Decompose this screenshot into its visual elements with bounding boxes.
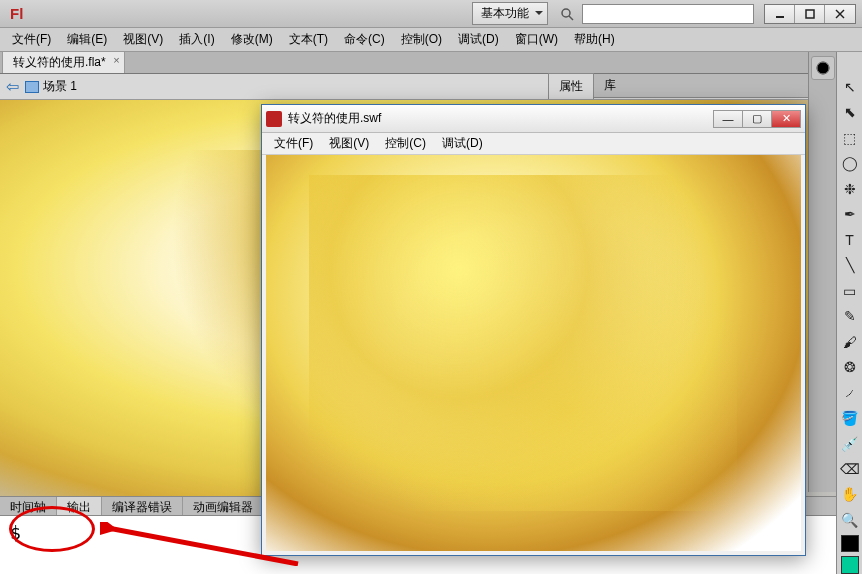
- menu-help[interactable]: 帮助(H): [566, 28, 623, 51]
- menu-modify[interactable]: 修改(M): [223, 28, 281, 51]
- tab-close-icon[interactable]: ×: [113, 54, 119, 66]
- document-tab[interactable]: 转义符的使用.fla* ×: [2, 51, 125, 73]
- hand-tool-icon[interactable]: ✋: [839, 484, 861, 505]
- swf-menu-debug[interactable]: 调试(D): [434, 133, 491, 154]
- menu-control[interactable]: 控制(O): [393, 28, 450, 51]
- collapsed-panel-strip: [808, 52, 836, 492]
- swf-rendered-image: [266, 155, 801, 551]
- bone-tool-icon[interactable]: ⟋: [839, 382, 861, 403]
- tools-panel: ↖ ⬉ ⬚ ◯ ❉ ✒ T ╲ ▭ ✎ 🖌 ❂ ⟋ 🪣 💉 ⌫ ✋ 🔍: [836, 52, 862, 574]
- menu-edit[interactable]: 编辑(E): [59, 28, 115, 51]
- text-tool-icon[interactable]: T: [839, 229, 861, 250]
- tab-properties[interactable]: 属性: [548, 73, 594, 99]
- menu-file[interactable]: 文件(F): [4, 28, 59, 51]
- swf-titlebar[interactable]: 转义符的使用.swf — ▢ ✕: [262, 105, 805, 133]
- subselection-tool-icon[interactable]: ⬉: [839, 101, 861, 122]
- bottom-tab-compiler-errors[interactable]: 编译器错误: [102, 497, 183, 515]
- search-icon[interactable]: [558, 5, 576, 23]
- svg-rect-3: [806, 10, 814, 18]
- scene-icon: [25, 81, 39, 93]
- maximize-button[interactable]: [795, 5, 825, 23]
- eraser-tool-icon[interactable]: ⌫: [839, 458, 861, 479]
- menu-text[interactable]: 文本(T): [281, 28, 336, 51]
- deco-tool-icon[interactable]: ❂: [839, 356, 861, 377]
- back-arrow-icon[interactable]: ⇦: [6, 77, 19, 96]
- app-logo: Fl: [6, 3, 27, 24]
- main-menubar: 文件(F) 编辑(E) 视图(V) 插入(I) 修改(M) 文本(T) 命令(C…: [0, 28, 862, 52]
- close-button[interactable]: [825, 5, 855, 23]
- menu-insert[interactable]: 插入(I): [171, 28, 222, 51]
- swf-menu-control[interactable]: 控制(C): [377, 133, 434, 154]
- swf-content-area: [266, 155, 801, 551]
- 3d-rotation-tool-icon[interactable]: ◯: [839, 152, 861, 173]
- rectangle-tool-icon[interactable]: ▭: [839, 280, 861, 301]
- menu-debug[interactable]: 调试(D): [450, 28, 507, 51]
- scene-name: 场景 1: [43, 78, 77, 95]
- swf-app-icon: [266, 111, 282, 127]
- swatch-panel-icon[interactable]: [811, 56, 835, 80]
- zoom-tool-icon[interactable]: 🔍: [839, 509, 861, 530]
- free-transform-tool-icon[interactable]: ⬚: [839, 127, 861, 148]
- selection-tool-icon[interactable]: ↖: [839, 76, 861, 97]
- svg-line-1: [569, 16, 573, 20]
- pencil-tool-icon[interactable]: ✎: [839, 305, 861, 326]
- tab-library[interactable]: 库: [594, 73, 626, 98]
- workspace-dropdown[interactable]: 基本功能: [472, 2, 548, 25]
- line-tool-icon[interactable]: ╲: [839, 254, 861, 275]
- menu-view[interactable]: 视图(V): [115, 28, 171, 51]
- minimize-button[interactable]: [765, 5, 795, 23]
- pen-tool-icon[interactable]: ✒: [839, 203, 861, 224]
- bottom-tab-motion-editor[interactable]: 动画编辑器: [183, 497, 264, 515]
- paint-bucket-tool-icon[interactable]: 🪣: [839, 407, 861, 428]
- menu-window[interactable]: 窗口(W): [507, 28, 566, 51]
- window-controls: [764, 4, 856, 24]
- eyedropper-tool-icon[interactable]: 💉: [839, 433, 861, 454]
- lasso-tool-icon[interactable]: ❉: [839, 178, 861, 199]
- swf-maximize-button[interactable]: ▢: [742, 110, 772, 128]
- document-tab-label: 转义符的使用.fla*: [13, 55, 106, 69]
- swf-player-window[interactable]: 转义符的使用.swf — ▢ ✕ 文件(F) 视图(V) 控制(C) 调试(D): [261, 104, 806, 556]
- stroke-color-swatch[interactable]: [841, 535, 859, 553]
- swf-menu-view[interactable]: 视图(V): [321, 133, 377, 154]
- swf-minimize-button[interactable]: —: [713, 110, 743, 128]
- svg-point-0: [562, 9, 570, 17]
- bottom-tab-output[interactable]: 输出: [57, 497, 102, 515]
- menu-commands[interactable]: 命令(C): [336, 28, 393, 51]
- bottom-tab-timeline[interactable]: 时间轴: [0, 497, 57, 515]
- fill-color-swatch[interactable]: [841, 556, 859, 574]
- search-input[interactable]: [582, 4, 754, 24]
- swf-menubar: 文件(F) 视图(V) 控制(C) 调试(D): [262, 133, 805, 155]
- app-titlebar: Fl 基本功能: [0, 0, 862, 28]
- document-tabbar: 转义符的使用.fla* ×: [0, 52, 862, 74]
- swf-menu-file[interactable]: 文件(F): [266, 133, 321, 154]
- brush-tool-icon[interactable]: 🖌: [839, 331, 861, 352]
- swf-close-button[interactable]: ✕: [771, 110, 801, 128]
- swf-title-text: 转义符的使用.swf: [288, 110, 381, 127]
